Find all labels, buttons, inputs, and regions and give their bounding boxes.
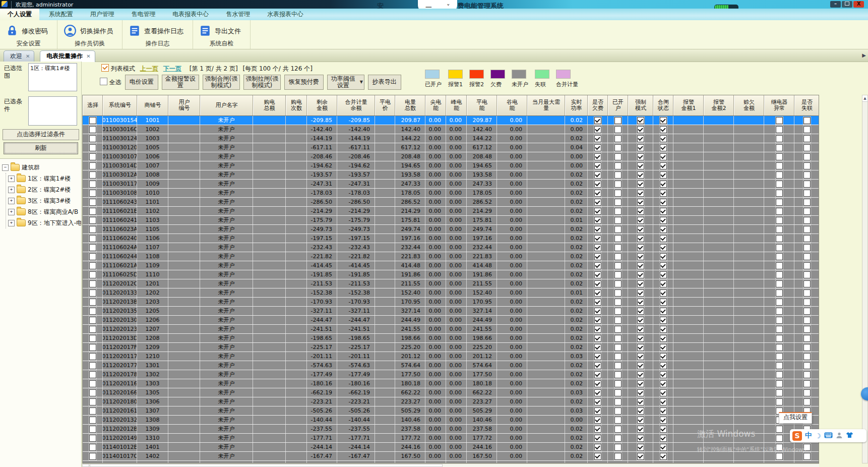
cell-checkbox[interactable]	[776, 389, 783, 396]
cell-checkbox[interactable]	[803, 162, 811, 169]
choose-filter-button[interactable]: 点击选择过滤条件	[3, 129, 79, 140]
cell-checkbox[interactable]	[803, 190, 811, 197]
cell-checkbox[interactable]	[803, 253, 811, 260]
cell-checkbox[interactable]	[614, 117, 622, 124]
cell-checkbox[interactable]	[594, 353, 601, 360]
selected-condition-box[interactable]	[28, 96, 77, 126]
cell-checkbox[interactable]	[614, 380, 622, 387]
cell-checkbox[interactable]	[776, 362, 783, 369]
cell-checkbox[interactable]	[803, 171, 811, 179]
cell-checkbox[interactable]	[776, 326, 783, 333]
cell-checkbox[interactable]	[776, 335, 783, 342]
cell-checkbox[interactable]	[776, 126, 783, 133]
row-select-checkbox[interactable]	[89, 299, 96, 306]
cell-checkbox[interactable]	[660, 217, 667, 224]
cell-checkbox[interactable]	[803, 299, 811, 306]
power-threshold-button[interactable]: 功率阈值设置 ▼	[327, 75, 364, 90]
cell-checkbox[interactable]	[660, 417, 667, 424]
table-row[interactable]: 011106021E1102未开户-214.29-214.29214.290.0…	[83, 207, 819, 216]
row-select-checkbox[interactable]	[89, 435, 96, 442]
table-row[interactable]: 01100301071006未开户-208.46-208.46208.480.0…	[83, 152, 819, 161]
cell-checkbox[interactable]	[614, 199, 622, 206]
cell-checkbox[interactable]	[614, 262, 622, 269]
cell-checkbox[interactable]	[614, 362, 622, 369]
cell-checkbox[interactable]	[660, 171, 667, 179]
cell-checkbox[interactable]	[803, 181, 811, 188]
row-select-checkbox[interactable]	[89, 199, 96, 206]
collapse-icon[interactable]: −	[2, 164, 9, 171]
table-row[interactable]: 01120201351205未开户-327.11-327.11327.140.0…	[83, 307, 819, 316]
cell-checkbox[interactable]	[776, 226, 783, 233]
next-page-link[interactable]: 下一页	[163, 65, 181, 73]
cell-checkbox[interactable]	[594, 444, 601, 451]
tree-item-zone1[interactable]: + 1区：碟寓1#楼	[8, 173, 80, 184]
row-select-checkbox[interactable]	[89, 371, 96, 378]
cell-checkbox[interactable]	[803, 353, 811, 360]
cell-checkbox[interactable]	[803, 453, 811, 460]
row-select-checkbox[interactable]	[89, 162, 96, 169]
cell-checkbox[interactable]	[594, 389, 601, 396]
view-operation-log-button[interactable]: 查看操作日志	[129, 23, 183, 40]
table-row[interactable]: 011202013D1208未开户-198.65-198.65198.660.0…	[83, 334, 819, 343]
close-button[interactable]: X	[853, 1, 864, 8]
refresh-button[interactable]: 刷新	[4, 142, 78, 154]
vertical-scrollbar[interactable]: ▲	[862, 95, 868, 463]
cell-checkbox[interactable]	[594, 362, 601, 369]
cell-checkbox[interactable]	[594, 126, 601, 133]
row-select-checkbox[interactable]	[89, 308, 96, 315]
cell-checkbox[interactable]	[660, 235, 667, 242]
cell-checkbox[interactable]	[594, 407, 601, 415]
cell-checkbox[interactable]	[803, 235, 811, 242]
table-row[interactable]: 01120201771301未开户-574.63-574.63574.640.0…	[83, 361, 819, 370]
cell-checkbox[interactable]	[614, 226, 622, 233]
cell-checkbox[interactable]	[614, 444, 622, 451]
cell-checkbox[interactable]	[660, 407, 667, 415]
cell-checkbox[interactable]	[614, 426, 622, 433]
cell-checkbox[interactable]	[660, 199, 667, 206]
menu-system-config[interactable]: 系统配置	[41, 9, 81, 20]
chinese-mode-icon[interactable]: 中	[805, 431, 812, 440]
cell-checkbox[interactable]	[594, 344, 601, 351]
column-header[interactable]: 选择	[83, 95, 103, 115]
cell-checkbox[interactable]	[776, 190, 783, 197]
table-row[interactable]: 011401017C1402未开户-167.47-167.47167.500.0…	[83, 452, 819, 461]
cell-checkbox[interactable]	[594, 417, 601, 424]
tree-item-zone8[interactable]: + 8区：碟寓商业A/B	[8, 206, 80, 217]
scrollbar-thumb[interactable]	[90, 464, 443, 467]
cell-checkbox[interactable]	[614, 389, 622, 396]
cell-checkbox[interactable]	[594, 262, 601, 269]
cell-checkbox[interactable]	[776, 271, 783, 278]
cell-checkbox[interactable]	[637, 271, 644, 278]
horizontal-scrollbar[interactable]	[82, 463, 819, 467]
checkbox-icon[interactable]	[100, 78, 107, 85]
cell-checkbox[interactable]	[594, 117, 601, 124]
cell-checkbox[interactable]	[594, 226, 601, 233]
cell-checkbox[interactable]	[660, 299, 667, 306]
table-row[interactable]: 011106024A1107未开户-232.43-232.43232.440.0…	[83, 243, 819, 252]
cell-checkbox[interactable]	[660, 308, 667, 315]
cell-checkbox[interactable]	[803, 226, 811, 233]
cell-checkbox[interactable]	[637, 235, 644, 242]
cell-checkbox[interactable]	[614, 317, 622, 324]
cell-checkbox[interactable]	[637, 453, 644, 460]
ime-toolbar[interactable]: S 中 ☽	[790, 429, 866, 442]
cell-checkbox[interactable]	[803, 153, 811, 160]
cell-checkbox[interactable]	[637, 117, 644, 124]
cell-checkbox[interactable]	[776, 162, 783, 169]
cell-checkbox[interactable]	[803, 444, 811, 451]
tree-item-zone9[interactable]: + 9区：地下室进入-电表	[8, 217, 80, 228]
cell-checkbox[interactable]	[776, 135, 783, 142]
table-row[interactable]: 011202017F1209未开户-225.17-225.17225.200.0…	[83, 343, 819, 352]
row-select-checkbox[interactable]	[89, 453, 96, 460]
column-header[interactable]: 平电 能	[467, 95, 497, 115]
cell-checkbox[interactable]	[594, 453, 601, 460]
cell-checkbox[interactable]	[660, 226, 667, 233]
column-header[interactable]: 尖电 能	[425, 95, 446, 115]
table-row[interactable]: 011202012C1201未开户-211.53-211.53211.550.0…	[83, 279, 819, 288]
cell-checkbox[interactable]	[594, 217, 601, 224]
row-select-checkbox[interactable]	[89, 289, 96, 297]
table-row[interactable]: 011106025D1110未开户-191.85-191.85191.860.0…	[83, 270, 819, 279]
cell-checkbox[interactable]	[803, 389, 811, 396]
cell-checkbox[interactable]	[660, 371, 667, 378]
cell-checkbox[interactable]	[776, 453, 783, 460]
